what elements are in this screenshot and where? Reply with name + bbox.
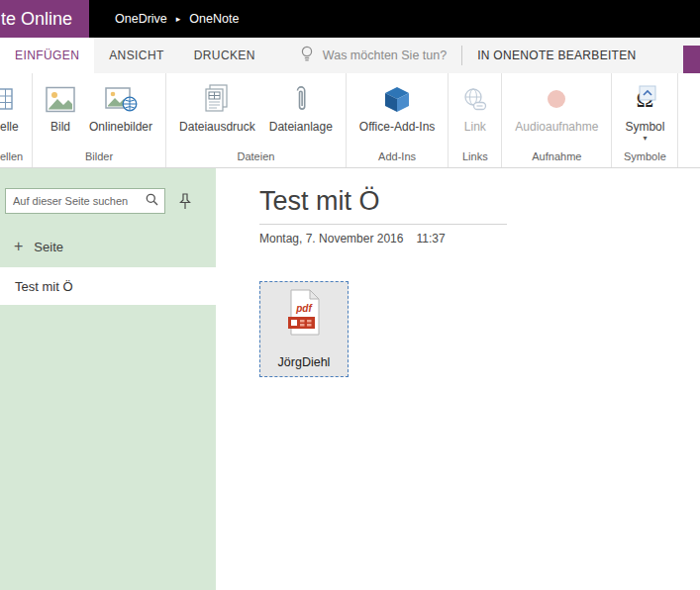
tell-me-placeholder: Was möchten Sie tun? [323, 49, 447, 62]
group-label-links: Links [454, 147, 495, 166]
breadcrumb-separator-icon: ▸ [176, 14, 181, 24]
onlinebilder-button[interactable]: Onlinebilder [82, 78, 159, 134]
ribbon: elle ellen Bild Onlinebilder [0, 73, 700, 168]
file-printout-icon [204, 81, 230, 117]
onenote-online-window: te Online OneDrive ▸ OneNote EINFÜGEN AN… [0, 0, 700, 590]
tab-ansicht[interactable]: ANSICHT [94, 38, 178, 73]
page-title[interactable]: Test mit Ö [259, 186, 507, 217]
ribbon-group-bilder: Bild Onlinebilder Bilder [33, 73, 166, 167]
page-item-label: Test mit Ö [15, 279, 73, 294]
office-addins-button-label: Office-Add-Ins [359, 120, 435, 134]
collapse-ribbon-icon[interactable] [639, 85, 656, 105]
search-row [5, 188, 208, 214]
add-page-label: Seite [34, 240, 63, 254]
titlebar: te Online OneDrive ▸ OneNote [0, 0, 700, 38]
ribbon-group-dateien: Dateiausdruck Dateianlage Dateien [166, 73, 347, 167]
dateiausdruck-button[interactable]: Dateiausdruck [172, 78, 262, 134]
group-label-aufnahme: Aufnahme [508, 147, 605, 166]
table-icon [0, 81, 13, 117]
pin-icon[interactable] [178, 193, 192, 210]
office-addins-button[interactable]: Office-Add-Ins [352, 78, 442, 134]
svg-text:pdf: pdf [295, 303, 313, 314]
page-list-item-selected[interactable]: Test mit Ö [0, 267, 216, 305]
onlinebilder-button-label: Onlinebilder [89, 120, 152, 134]
breadcrumb-onenote[interactable]: OneNote [189, 12, 239, 26]
tab-einfuegen[interactable]: EINFÜGEN [0, 38, 94, 73]
audioaufnahme-button[interactable]: Audioaufnahme [508, 78, 605, 134]
search-icon[interactable] [146, 192, 158, 210]
breadcrumb-onedrive[interactable]: OneDrive [115, 12, 167, 26]
dateianlage-button-label: Dateianlage [269, 120, 333, 134]
addins-cube-icon [382, 81, 412, 117]
globe-link-icon [461, 81, 488, 117]
audioaufnahme-button-label: Audioaufnahme [515, 120, 598, 134]
tabbar-divider [461, 46, 462, 65]
ribbon-group-links: Link Links [449, 73, 502, 167]
ribbon-group-tabellen: elle ellen [0, 73, 33, 167]
group-label-tabellen: ellen [0, 147, 26, 166]
table-button[interactable]: elle [0, 78, 26, 134]
page-search-box[interactable] [5, 188, 165, 214]
page-title-block[interactable]: Test mit Ö [259, 186, 507, 225]
link-button-label: Link [464, 120, 486, 134]
lightbulb-icon [300, 46, 314, 65]
group-label-dateien: Dateien [172, 147, 340, 166]
paperclip-icon [293, 81, 308, 117]
tabbar-accent-block [683, 46, 700, 73]
ribbon-group-aufnahme: Audioaufnahme Aufnahme [502, 73, 612, 167]
online-images-icon [105, 81, 138, 117]
pdf-file-icon: pdf [285, 289, 323, 340]
group-label-bilder: Bilder [39, 147, 159, 166]
attachment-label: JörgDiehl [278, 355, 331, 369]
search-input[interactable] [13, 195, 146, 207]
link-button[interactable]: Link [454, 78, 495, 134]
ribbon-group-addins: Office-Add-Ins Add-Ins [347, 73, 449, 167]
dateiausdruck-button-label: Dateiausdruck [179, 120, 255, 134]
main-area: + Seite Test mit Ö Test mit Ö Montag, 7.… [0, 168, 700, 590]
group-label-addins: Add-Ins [352, 147, 442, 166]
bild-button[interactable]: Bild [39, 78, 82, 134]
dateianlage-button[interactable]: Dateianlage [262, 78, 340, 134]
page-time: 11:37 [416, 232, 445, 246]
breadcrumb: OneDrive ▸ OneNote [115, 0, 239, 38]
audio-record-icon [545, 81, 568, 117]
tell-me-box[interactable]: Was möchten Sie tun? [300, 38, 447, 73]
symbol-button-label: Symbol [625, 120, 664, 134]
edit-in-onenote-button[interactable]: IN ONENOTE BEARBEITEN [477, 38, 636, 73]
add-page-button[interactable]: + Seite [14, 239, 216, 254]
page-date-row: Montag, 7. November 2016 11:37 [259, 232, 446, 246]
tab-drucken[interactable]: DRUCKEN [179, 38, 270, 73]
page-pane: + Seite Test mit Ö [0, 168, 216, 590]
bild-button-label: Bild [50, 120, 70, 134]
page-date: Montag, 7. November 2016 [259, 232, 403, 246]
chevron-down-icon: ▾ [643, 135, 647, 143]
pdf-attachment-selected[interactable]: pdf JörgDiehl [259, 281, 349, 377]
group-label-symbole: Symbole [618, 147, 671, 166]
page-canvas[interactable]: Test mit Ö Montag, 7. November 2016 11:3… [216, 168, 700, 590]
table-button-label: elle [0, 120, 19, 134]
image-icon [46, 81, 75, 117]
app-title[interactable]: te Online [0, 0, 89, 38]
plus-icon: + [14, 239, 23, 254]
ribbon-tab-bar: EINFÜGEN ANSICHT DRUCKEN Was möchten Sie… [0, 38, 700, 73]
